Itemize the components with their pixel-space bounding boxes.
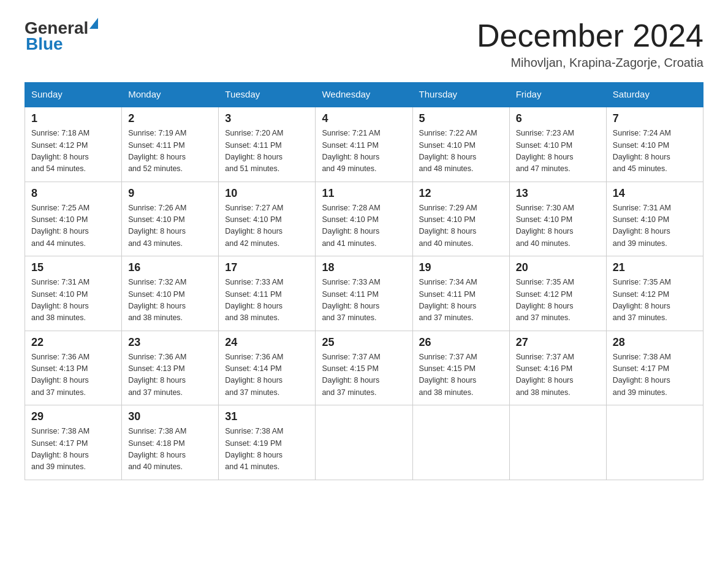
day-info: Sunrise: 7:33 AMSunset: 4:11 PMDaylight:… (322, 277, 406, 324)
calendar-cell (606, 405, 703, 480)
day-number: 10 (225, 187, 309, 200)
calendar-week-row: 15Sunrise: 7:31 AMSunset: 4:10 PMDayligh… (25, 256, 703, 331)
day-info: Sunrise: 7:36 AMSunset: 4:13 PMDaylight:… (31, 351, 115, 399)
day-info: Sunrise: 7:26 AMSunset: 4:10 PMDaylight:… (128, 202, 212, 250)
calendar-cell (316, 405, 412, 480)
day-number: 11 (322, 187, 406, 200)
day-info: Sunrise: 7:37 AMSunset: 4:15 PMDaylight:… (322, 351, 406, 399)
calendar-header-row: SundayMondayTuesdayWednesdayThursdayFrid… (25, 83, 703, 107)
day-number: 6 (516, 112, 600, 125)
day-number: 27 (516, 336, 600, 349)
header-wednesday: Wednesday (316, 83, 412, 107)
day-info: Sunrise: 7:25 AMSunset: 4:10 PMDaylight:… (31, 202, 115, 250)
day-number: 28 (613, 336, 697, 349)
calendar-cell: 15Sunrise: 7:31 AMSunset: 4:10 PMDayligh… (25, 256, 122, 331)
day-number: 21 (613, 261, 697, 274)
day-number: 29 (31, 410, 115, 423)
day-number: 13 (516, 187, 600, 200)
day-info: Sunrise: 7:33 AMSunset: 4:11 PMDaylight:… (225, 277, 309, 324)
day-info: Sunrise: 7:35 AMSunset: 4:12 PMDaylight:… (613, 277, 697, 324)
day-number: 9 (128, 187, 212, 200)
calendar-cell: 13Sunrise: 7:30 AMSunset: 4:10 PMDayligh… (509, 182, 606, 256)
calendar-cell: 25Sunrise: 7:37 AMSunset: 4:15 PMDayligh… (316, 331, 412, 405)
header-monday: Monday (122, 83, 219, 107)
day-info: Sunrise: 7:28 AMSunset: 4:10 PMDaylight:… (322, 202, 406, 250)
day-info: Sunrise: 7:36 AMSunset: 4:14 PMDaylight:… (225, 351, 309, 399)
day-info: Sunrise: 7:18 AMSunset: 4:12 PMDaylight:… (31, 128, 115, 175)
page-header: General Blue December 2024 Mihovljan, Kr… (25, 18, 703, 70)
calendar-cell: 22Sunrise: 7:36 AMSunset: 4:13 PMDayligh… (25, 331, 122, 405)
calendar-cell: 6Sunrise: 7:23 AMSunset: 4:10 PMDaylight… (509, 107, 606, 182)
day-number: 7 (613, 112, 697, 125)
calendar-cell: 3Sunrise: 7:20 AMSunset: 4:11 PMDaylight… (219, 107, 316, 182)
calendar-cell: 1Sunrise: 7:18 AMSunset: 4:12 PMDaylight… (25, 107, 122, 182)
day-info: Sunrise: 7:32 AMSunset: 4:10 PMDaylight:… (128, 277, 212, 324)
day-info: Sunrise: 7:30 AMSunset: 4:10 PMDaylight:… (516, 202, 600, 250)
calendar-cell: 12Sunrise: 7:29 AMSunset: 4:10 PMDayligh… (412, 182, 509, 256)
day-info: Sunrise: 7:19 AMSunset: 4:11 PMDaylight:… (128, 128, 212, 175)
calendar-cell: 28Sunrise: 7:38 AMSunset: 4:17 PMDayligh… (606, 331, 703, 405)
calendar-cell: 19Sunrise: 7:34 AMSunset: 4:11 PMDayligh… (412, 256, 509, 331)
day-number: 14 (613, 187, 697, 200)
calendar-week-row: 1Sunrise: 7:18 AMSunset: 4:12 PMDaylight… (25, 107, 703, 182)
calendar-cell: 9Sunrise: 7:26 AMSunset: 4:10 PMDaylight… (122, 182, 219, 256)
calendar-cell: 14Sunrise: 7:31 AMSunset: 4:10 PMDayligh… (606, 182, 703, 256)
location-subtitle: Mihovljan, Krapina-Zagorje, Croatia (477, 56, 703, 70)
calendar-cell: 5Sunrise: 7:22 AMSunset: 4:10 PMDaylight… (412, 107, 509, 182)
day-number: 26 (419, 336, 503, 349)
calendar-cell: 4Sunrise: 7:21 AMSunset: 4:11 PMDaylight… (316, 107, 412, 182)
day-info: Sunrise: 7:21 AMSunset: 4:11 PMDaylight:… (322, 128, 406, 175)
day-number: 18 (322, 261, 406, 274)
calendar-cell: 26Sunrise: 7:37 AMSunset: 4:15 PMDayligh… (412, 331, 509, 405)
day-info: Sunrise: 7:22 AMSunset: 4:10 PMDaylight:… (419, 128, 503, 175)
day-info: Sunrise: 7:27 AMSunset: 4:10 PMDaylight:… (225, 202, 309, 250)
calendar-cell: 29Sunrise: 7:38 AMSunset: 4:17 PMDayligh… (25, 405, 122, 480)
day-number: 3 (225, 112, 309, 125)
day-number: 15 (31, 261, 115, 274)
day-number: 17 (225, 261, 309, 274)
day-info: Sunrise: 7:38 AMSunset: 4:18 PMDaylight:… (128, 426, 212, 473)
day-info: Sunrise: 7:38 AMSunset: 4:19 PMDaylight:… (225, 426, 309, 473)
day-info: Sunrise: 7:38 AMSunset: 4:17 PMDaylight:… (613, 351, 697, 399)
day-number: 31 (225, 410, 309, 423)
calendar-cell: 7Sunrise: 7:24 AMSunset: 4:10 PMDaylight… (606, 107, 703, 182)
day-info: Sunrise: 7:37 AMSunset: 4:15 PMDaylight:… (419, 351, 503, 399)
calendar-cell: 10Sunrise: 7:27 AMSunset: 4:10 PMDayligh… (219, 182, 316, 256)
day-number: 2 (128, 112, 212, 125)
day-number: 20 (516, 261, 600, 274)
day-info: Sunrise: 7:29 AMSunset: 4:10 PMDaylight:… (419, 202, 503, 250)
day-info: Sunrise: 7:24 AMSunset: 4:10 PMDaylight:… (613, 128, 697, 175)
day-info: Sunrise: 7:31 AMSunset: 4:10 PMDaylight:… (613, 202, 697, 250)
day-number: 19 (419, 261, 503, 274)
day-number: 30 (128, 410, 212, 423)
calendar-table: SundayMondayTuesdayWednesdayThursdayFrid… (25, 82, 703, 480)
day-number: 16 (128, 261, 212, 274)
calendar-week-row: 22Sunrise: 7:36 AMSunset: 4:13 PMDayligh… (25, 331, 703, 405)
day-info: Sunrise: 7:20 AMSunset: 4:11 PMDaylight:… (225, 128, 309, 175)
calendar-cell (509, 405, 606, 480)
day-number: 24 (225, 336, 309, 349)
logo-blue-text: Blue (25, 34, 98, 54)
calendar-cell: 18Sunrise: 7:33 AMSunset: 4:11 PMDayligh… (316, 256, 412, 331)
calendar-cell: 24Sunrise: 7:36 AMSunset: 4:14 PMDayligh… (219, 331, 316, 405)
header-saturday: Saturday (606, 83, 703, 107)
day-info: Sunrise: 7:38 AMSunset: 4:17 PMDaylight:… (31, 426, 115, 473)
calendar-cell: 17Sunrise: 7:33 AMSunset: 4:11 PMDayligh… (219, 256, 316, 331)
day-info: Sunrise: 7:23 AMSunset: 4:10 PMDaylight:… (516, 128, 600, 175)
month-title: December 2024 (477, 18, 703, 53)
day-number: 25 (322, 336, 406, 349)
calendar-cell: 23Sunrise: 7:36 AMSunset: 4:13 PMDayligh… (122, 331, 219, 405)
header-friday: Friday (509, 83, 606, 107)
calendar-cell: 31Sunrise: 7:38 AMSunset: 4:19 PMDayligh… (219, 405, 316, 480)
day-info: Sunrise: 7:34 AMSunset: 4:11 PMDaylight:… (419, 277, 503, 324)
day-info: Sunrise: 7:36 AMSunset: 4:13 PMDaylight:… (128, 351, 212, 399)
day-number: 8 (31, 187, 115, 200)
logo-triangle-icon (89, 18, 98, 29)
day-number: 4 (322, 112, 406, 125)
calendar-week-row: 8Sunrise: 7:25 AMSunset: 4:10 PMDaylight… (25, 182, 703, 256)
day-number: 22 (31, 336, 115, 349)
day-info: Sunrise: 7:31 AMSunset: 4:10 PMDaylight:… (31, 277, 115, 324)
header-tuesday: Tuesday (219, 83, 316, 107)
calendar-cell: 2Sunrise: 7:19 AMSunset: 4:11 PMDaylight… (122, 107, 219, 182)
header-thursday: Thursday (412, 83, 509, 107)
